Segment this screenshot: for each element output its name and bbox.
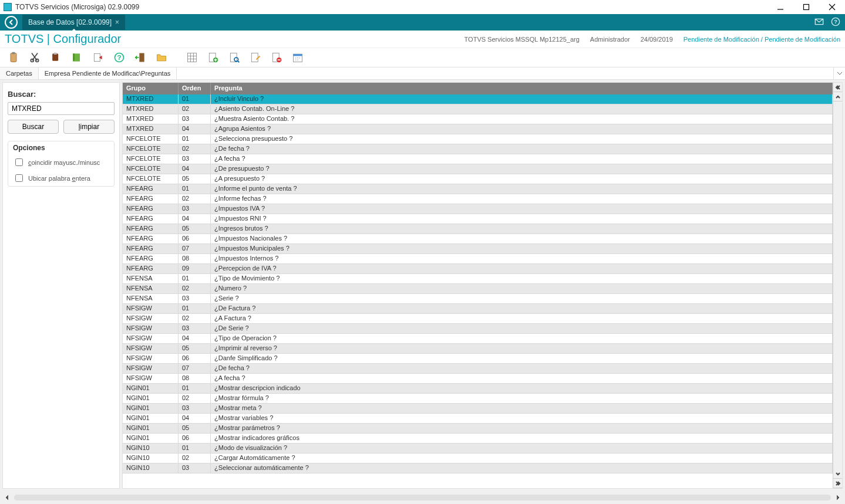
table-row[interactable]: NFCELOTE02¿De fecha ? [123, 144, 833, 154]
table-row[interactable]: NGIN1002¿Cargar Automáticamente ? [123, 454, 833, 464]
whole-word-checkbox[interactable] [15, 174, 23, 182]
search-record-button[interactable] [224, 49, 244, 66]
table-row[interactable]: NFENSA01¿Tipo de Movimiento ? [123, 274, 833, 284]
add-record-button[interactable] [203, 49, 223, 66]
table-row[interactable]: NGIN0103¿Mostrar meta ? [123, 404, 833, 414]
table-row[interactable]: NFEARG02¿Informe fechas ? [123, 194, 833, 204]
table-row[interactable]: NFEARG05¿Ingresos brutos ? [123, 224, 833, 234]
table-row[interactable]: NGIN1003¿Seleccionar automáticamente ? [123, 464, 833, 473]
table-row[interactable]: NGIN0102¿Mostrar fórmula ? [123, 394, 833, 404]
match-case-option[interactable]: coincidir mayusc./minusc [8, 154, 114, 170]
grid-body[interactable]: MTXRED01¿Incluir Vinculo ?MTXRED02¿Asien… [123, 94, 833, 488]
table-row[interactable]: NFENSA02¿Numero ? [123, 284, 833, 294]
col-orden[interactable]: Orden [179, 83, 211, 94]
table-row[interactable]: NFEARG01¿Informe el punto de venta ? [123, 184, 833, 194]
table-row[interactable]: NGIN0104¿Mostrar variables ? [123, 414, 833, 424]
nav-first-button[interactable] [833, 83, 842, 92]
window-maximize-button[interactable] [793, 0, 819, 14]
table-row[interactable]: NFSIGW08¿A fecha ? [123, 374, 833, 384]
mail-icon[interactable] [814, 17, 824, 28]
help-tool-button[interactable]: ? [109, 49, 129, 66]
table-row[interactable]: NFSIGW04¿Tipo de Operacion ? [123, 334, 833, 344]
table-row[interactable]: MTXRED02¿Asiento Contab. On-Line ? [123, 104, 833, 114]
cell-orden: 02 [179, 314, 211, 323]
cell-orden: 02 [179, 284, 211, 293]
table-row[interactable]: NFCELOTE04¿De presupuesto ? [123, 164, 833, 174]
svg-rect-8 [54, 53, 57, 55]
table-row[interactable]: NFSIGW01¿De Factura ? [123, 304, 833, 314]
cell-grupo: NFSIGW [123, 334, 179, 343]
breadcrumb-tab-path[interactable]: Empresa Pendiente de Modificac\Preguntas [39, 67, 177, 79]
cell-pregunta: ¿Informe fechas ? [211, 194, 833, 204]
table-row[interactable]: NFEARG08¿Impuestos Internos ? [123, 254, 833, 264]
cell-grupo: NFCELOTE [123, 144, 179, 154]
table-row[interactable]: NFCELOTE03¿A fecha ? [123, 154, 833, 164]
table-row[interactable]: NFEARG07¿Impuestos Municipales ? [123, 244, 833, 254]
cut-button[interactable] [25, 49, 45, 66]
search-button[interactable]: Buscar [8, 120, 59, 134]
scroll-track[interactable] [14, 495, 831, 500]
cell-orden: 06 [179, 354, 211, 363]
cell-pregunta: ¿Asiento Contab. On-Line ? [211, 104, 833, 114]
cell-grupo: NFENSA [123, 284, 179, 293]
table-row[interactable]: NFSIGW07¿De fecha ? [123, 364, 833, 374]
module-tab[interactable]: Base de Datos [02.9.0099] × [22, 15, 125, 30]
table-row[interactable]: MTXRED01¿Incluir Vinculo ? [123, 94, 833, 104]
match-case-checkbox[interactable] [15, 158, 23, 166]
window-title: TOTVS Servicios (Microsiga) 02.9.0099 [15, 3, 139, 11]
table-row[interactable]: NFSIGW03¿De Serie ? [123, 324, 833, 334]
whole-word-option[interactable]: Ubicar palabra entera [8, 170, 114, 186]
paste-button[interactable] [4, 49, 23, 66]
table-row[interactable]: MTXRED03¿Muestra Asiento Contab. ? [123, 114, 833, 124]
help-icon[interactable]: ? [831, 17, 840, 28]
table-row[interactable]: NFEARG09¿Percepcion de IVA ? [123, 264, 833, 274]
edit-record-button[interactable] [245, 49, 265, 66]
cell-pregunta: ¿Mostrar fórmula ? [211, 394, 833, 403]
table-row[interactable]: NFCELOTE05¿A presupuesto ? [123, 174, 833, 184]
grid-button[interactable] [182, 49, 202, 66]
table-row[interactable]: NFEARG03¿Impuestos IVA ? [123, 204, 833, 214]
table-row[interactable]: NGIN0106¿Mostrar indicadores gráficos [123, 434, 833, 444]
table-row[interactable]: NFSIGW02¿A Factura ? [123, 314, 833, 324]
cell-orden: 04 [179, 414, 211, 423]
breadcrumb-tab-carpetas[interactable]: Carpetas [0, 67, 39, 79]
calendar-button[interactable] [288, 49, 308, 66]
horizontal-scrollbar[interactable] [0, 491, 845, 504]
clear-button[interactable]: limpiar [63, 120, 115, 134]
col-pregunta[interactable]: Pregunta [211, 83, 833, 94]
table-row[interactable]: NFEARG06¿Impuestos Nacionales ? [123, 234, 833, 244]
cell-grupo: NFSIGW [123, 324, 179, 333]
window-close-button[interactable] [819, 0, 845, 14]
table-row[interactable]: NFENSA03¿Serie ? [123, 294, 833, 304]
search-input[interactable] [8, 102, 115, 115]
nav-up-button[interactable] [833, 92, 842, 102]
cell-grupo: NFENSA [123, 294, 179, 303]
table-row[interactable]: NFEARG04¿Impuestos RNI ? [123, 214, 833, 224]
module-tab-close-icon[interactable]: × [115, 18, 119, 26]
folder-button[interactable] [152, 49, 171, 66]
cell-grupo: NFSIGW [123, 314, 179, 323]
scroll-left-button[interactable] [2, 493, 12, 502]
copy-button[interactable] [46, 49, 66, 66]
main-menu-button[interactable] [5, 16, 18, 29]
table-row[interactable]: NFSIGW05¿Imprimir al reverso ? [123, 344, 833, 354]
table-row[interactable]: MTXRED04¿Agrupa Asientos ? [123, 124, 833, 134]
cell-orden: 05 [179, 174, 211, 184]
cell-pregunta: ¿A fecha ? [211, 154, 833, 164]
table-row[interactable]: NGIN1001¿Modo de visualización ? [123, 444, 833, 454]
export-button[interactable] [88, 49, 108, 66]
breadcrumb-dropdown-button[interactable] [833, 67, 845, 79]
nav-down-button[interactable] [833, 469, 842, 479]
table-row[interactable]: NGIN0101¿Mostrar descripcion indicado [123, 384, 833, 394]
table-row[interactable]: NGIN0105¿Mostrar parámetros ? [123, 424, 833, 434]
exit-button[interactable] [130, 49, 150, 66]
dictionary-button[interactable] [67, 49, 87, 66]
table-row[interactable]: NFCELOTE01¿Selecciona presupuesto ? [123, 134, 833, 144]
scroll-right-button[interactable] [833, 493, 843, 502]
header-meta: TOTVS Servicios MSSQL Mp12125_arg Admini… [464, 31, 840, 48]
window-minimize-button[interactable] [767, 0, 793, 14]
table-row[interactable]: NFSIGW06¿Danfe Simplificado ? [123, 354, 833, 364]
delete-record-button[interactable] [267, 49, 287, 66]
nav-last-button[interactable] [833, 479, 842, 488]
col-grupo[interactable]: Grupo [123, 83, 179, 94]
